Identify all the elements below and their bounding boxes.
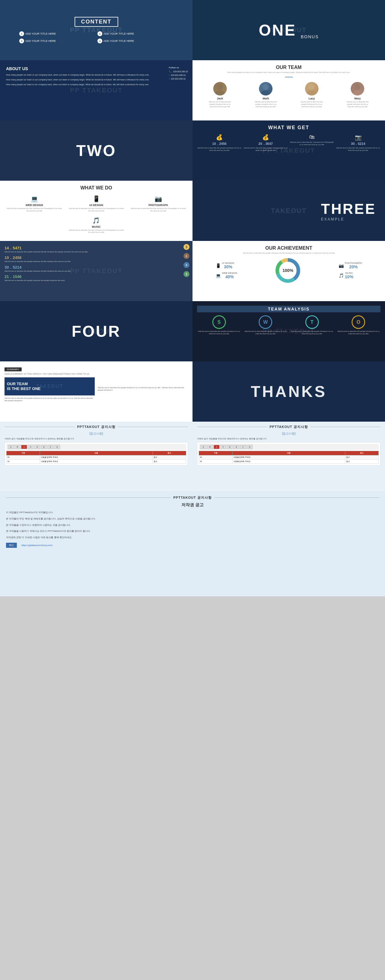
summary-desc: Add the text to describe this people int… <box>98 387 188 391</box>
four-main-text: FOUR <box>71 322 120 340</box>
team-members: Jack Add the text to describe this peopl… <box>197 82 380 108</box>
avatar-mary <box>351 82 364 95</box>
ach-photograph: 📷 PHOTOGRAPH 20% <box>339 262 362 269</box>
notice-3-para-3: 본 저작물을 수정하거나 변형하여 사용하는 것을 금지합니다. <box>6 523 379 527</box>
stat-item-3: 30．5214 Add the text to describe the peo… <box>5 265 188 272</box>
svg-point-4 <box>309 84 315 90</box>
svg-point-5 <box>307 90 316 95</box>
content-item-1: 1 ADD YOUR TITLE HERE <box>19 31 95 36</box>
svg-point-7 <box>353 90 362 95</box>
member-lacy: Lacy Add the text to describe this peopl… <box>299 82 324 108</box>
team-subtitle: How many people our team or our company … <box>197 72 380 73</box>
stat-icons: $ £ ¥ $ <box>184 244 190 277</box>
about-para-3: How many people our team in our company … <box>6 83 187 86</box>
wwg-item-3: 🛍 Add the text to describe this. Introdu… <box>290 134 334 152</box>
notice-2-title: PPTTAKOUT 공지사항 <box>269 425 308 429</box>
slide-two: TWO TAKEOUT <box>0 121 192 181</box>
notice-1-header: PPTTAKOUT 공지사항 <box>5 425 188 429</box>
notice-1-toolbar: A B ● C D E F G <box>6 444 186 450</box>
content-item-2: 2 ADD YOUR TITLE HERE <box>97 31 173 36</box>
slide-three: THREE EXAMPLE TAKEOUT <box>192 181 385 241</box>
slide-four: FOUR TAKEOUT <box>0 301 192 361</box>
summary-team-desc: Add the text to describe this people int… <box>5 397 95 402</box>
slide-one: ONE BONUS TAKEOUT <box>192 0 385 60</box>
notice-confirm-btn[interactable]: 확인 <box>6 543 17 548</box>
one-main-text: ONE <box>259 21 296 39</box>
slide-team: OUR TEAM How many people our team or our… <box>192 60 385 121</box>
ach-title: OUR ACHIEVEMENT <box>197 245 380 251</box>
notice-2-table: 구분 내용 참고 01 내용을 입력해 주세요 참고 02 내용을 입력해 주세… <box>199 451 379 464</box>
thanks-text: THANKS <box>251 382 327 401</box>
ta-member-t: T Add the text to describe this people i… <box>290 315 334 335</box>
stat-item-2: 10．2456 Add the text to describe the peo… <box>5 255 188 263</box>
avatar-jack <box>213 82 227 95</box>
wwd-uidesign: 📱 UI DESIGN Add the text to describe thi… <box>67 194 126 214</box>
ach-subtitle: Add the text to describe this people int… <box>197 252 380 254</box>
notice-1-text: 아래와 같이 작업물을 무단으로 재배포하거나 판매하는 행위를 금지합니다. <box>5 437 188 441</box>
slide-summary: SUMMARY HAVE A SUMMARY OF THIS SPEECH. Y… <box>0 361 192 422</box>
slide-whatwedo: WHAT WE DO 💻 WEB DESIGN Add the text to … <box>0 181 192 241</box>
slide-teamanalysis: TEAM ANALYSIS S Add the text to describe… <box>192 301 385 361</box>
wwg-item-2: 💰 20．3647 Add the text to describe this … <box>243 134 288 152</box>
content-title: CONTENT <box>74 17 118 27</box>
follow-us: Follow us 📞123-023-230-12 f123-023-230-1… <box>169 66 188 81</box>
notice-3-para-5: 저작권에 관한 더 자세한 사항은 아래 링크를 통해 확인하세요. <box>6 536 379 540</box>
notice-1-table: 구분 내용 참고 01 내용을 입력해 주세요 참고 02 내용을 입력해 주세… <box>6 451 186 464</box>
donut-chart: 100% <box>274 257 301 284</box>
ach-uidesign: 📱 UI DESIGN 30% <box>215 262 237 269</box>
notice-link[interactable]: https://ppttakeout.tistory.com/ <box>21 544 52 547</box>
notice-2-box: A B ● C D E F G 구분 내용 참고 01 <box>197 442 380 466</box>
content-grid: 1 ADD YOUR TITLE HERE 2 ADD YOUR TITLE H… <box>19 31 173 43</box>
ta-member-w: W Add the text to describe this people i… <box>244 315 288 335</box>
about-para-2: How many people our team or our company … <box>6 78 187 81</box>
three-main-text: THREE <box>321 200 376 217</box>
stat-item-4: 21．1546 Add the text to describe the peo… <box>5 274 188 282</box>
slide-thanks: THANKS <box>192 361 385 422</box>
team-title: OUR TEAM <box>197 65 380 70</box>
ta-title: TEAM ANALYSIS <box>197 306 380 312</box>
svg-point-0 <box>217 84 223 90</box>
three-sub-text: EXAMPLE <box>321 217 376 221</box>
wwd-grid: 💻 WEB DESIGN Add the text to describe th… <box>5 194 188 214</box>
wwg-item-1: 💰 10．2456 Add the text to describe this … <box>197 134 242 152</box>
slide-about: ABOUT US How many people our team or our… <box>0 60 192 121</box>
two-main-text: TWO <box>76 142 116 160</box>
notice-3-header-title: PPTTAKOUT 공지사항 <box>173 495 211 500</box>
summary-team-box: OUR TEAMIS THE BEST ONE TAKEOUT <box>5 377 95 395</box>
content-item-4: 4 ADD YOUR TITLE HERE <box>97 38 173 43</box>
notice-2-text: 아래와 같이 작업물을 무단으로 재배포하거나 판매하는 행위를 금지합니다. <box>197 437 380 441</box>
slide-whatweget: WHAT WE GET 💰 10．2456 Add the text to de… <box>192 121 385 181</box>
ach-webdesign: 💻 WEB DESIGN 40% <box>215 272 237 279</box>
slide-achievement: OUR ACHIEVEMENT Add the text to describe… <box>192 241 385 301</box>
svg-point-2 <box>263 84 269 90</box>
slide-notice-1: PPTTAKOUT 공지사항 [참고사항] 아래와 같이 작업물을 무단으로 재… <box>0 422 192 491</box>
slide-notice-2: PPTTAKOUT 공지사항 [참고사항] 아래와 같이 작업물을 무단으로 재… <box>192 422 385 491</box>
notice-1-title: PPTTAKOUT 공지사항 <box>77 425 115 429</box>
notice-1-subtitle: [참고사항] <box>5 431 188 436</box>
slide-notice-3: PPTTAKOUT 공지사항 저작권 공고 이 작업물은 PPTTAKEOUT의… <box>0 491 385 596</box>
one-sub-text: BONUS <box>301 34 319 39</box>
about-para-1: How many people our team or our company … <box>6 73 187 76</box>
wwd-music: 🎵 MUSIC Add the text to describe this ti… <box>66 215 126 235</box>
about-title: ABOUT US <box>6 66 187 71</box>
notice-3-title: 저작권 공고 <box>6 502 379 508</box>
summary-right: Add the text to describe this people int… <box>98 377 188 402</box>
member-mary: Mary Add the text to describe this peopl… <box>345 82 370 108</box>
wwd-title: WHAT WE DO <box>5 185 188 191</box>
avatar-lacy <box>305 82 318 95</box>
wwg-item-4: 📷 30．5214 Add the text to describe this … <box>336 134 380 152</box>
contact-phone: 📞123-023-230-12 <box>169 70 188 73</box>
summary-subtitle: HAVE A SUMMARY OF THIS SPEECH. YOU CAN S… <box>5 373 188 375</box>
ach-music: 🎵 MUSIC 10% <box>339 272 362 279</box>
wwd-photograph: 📷 PHOTOGRAPH Add the text to describe th… <box>128 194 188 214</box>
wwg-grid: 💰 10．2456 Add the text to describe this … <box>197 134 380 152</box>
notice-3-para-2: 본 저작물의 무단 복제 및 재배포를 금지합니다. 상업적 목적으로 사용을 … <box>6 517 379 521</box>
member-mark: Mark Add the text to describe this peopl… <box>254 82 278 108</box>
wwd-webdesign: 💻 WEB DESIGN Add the text to describe th… <box>5 194 64 214</box>
summary-tag: SUMMARY <box>5 368 22 371</box>
donut-center: 100% <box>282 268 293 273</box>
ta-member-s: S Add the text to describe this people i… <box>197 315 241 335</box>
notice-3-para-4: 본 저작물을 사용하기 위해서는 반드시 PPTTAKEOUT의 동의를 받아야… <box>6 530 379 533</box>
ta-member-o: O Add the text to describe this people i… <box>337 315 381 335</box>
notice-2-subtitle: [참고사항] <box>197 431 380 436</box>
